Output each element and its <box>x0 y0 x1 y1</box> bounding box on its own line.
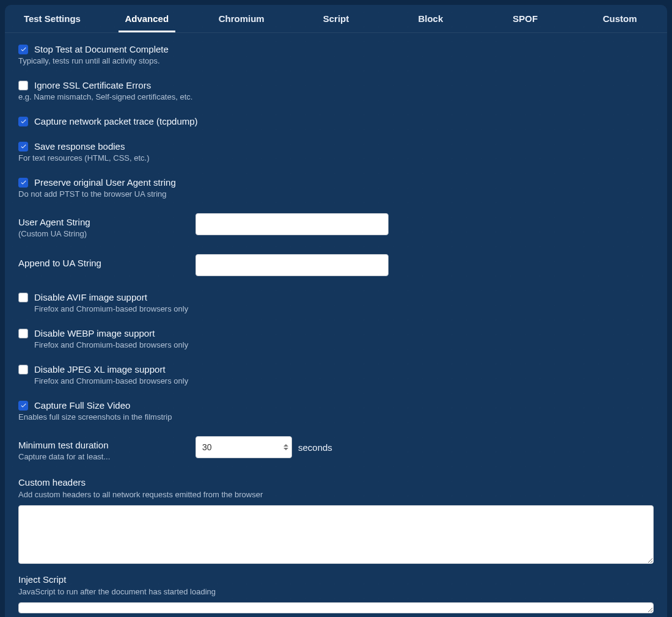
stop-test-label: Stop Test at Document Complete <box>34 44 169 54</box>
custom-headers-help: Add custom headers to all network reques… <box>18 490 654 499</box>
ignore-ssl-help: e.g. Name mismatch, Self-signed certific… <box>18 92 654 101</box>
disable-avif-checkbox[interactable] <box>18 293 28 302</box>
full-video-label: Capture Full Size Video <box>34 400 130 411</box>
ua-string-input[interactable] <box>195 213 389 235</box>
save-bodies-checkbox[interactable] <box>18 142 28 152</box>
preserve-ua-checkbox[interactable] <box>18 178 28 188</box>
ua-string-label: User Agent String <box>18 217 195 227</box>
tcpdump-checkbox[interactable] <box>18 117 28 126</box>
check-icon <box>20 118 27 125</box>
check-icon <box>20 46 27 53</box>
advanced-content: Stop Test at Document Complete Typically… <box>5 33 667 617</box>
disable-jpegxl-checkbox[interactable] <box>18 365 28 374</box>
tab-block[interactable]: Block <box>383 5 478 32</box>
ignore-ssl-label: Ignore SSL Certificate Errors <box>34 80 151 90</box>
disable-jpegxl-help: Firefox and Chromium-based browsers only <box>34 376 654 385</box>
append-ua-label: Append to UA String <box>18 258 195 268</box>
tab-custom[interactable]: Custom <box>572 5 667 32</box>
preserve-ua-label: Preserve original User Agent string <box>34 177 176 188</box>
min-duration-help: Capture data for at least... <box>18 452 195 461</box>
disable-webp-label: Disable WEBP image support <box>34 328 155 338</box>
ua-string-help: (Custom UA String) <box>18 229 195 238</box>
tabs-bar: Test Settings Advanced Chromium Script B… <box>5 5 667 33</box>
settings-panel: Test Settings Advanced Chromium Script B… <box>5 5 667 617</box>
stop-test-help: Typically, tests run until all activity … <box>18 56 654 65</box>
inject-script-label: Inject Script <box>18 574 654 585</box>
tab-chromium[interactable]: Chromium <box>194 5 289 32</box>
stop-test-checkbox[interactable] <box>18 45 28 54</box>
tab-advanced[interactable]: Advanced <box>100 5 194 32</box>
custom-headers-textarea[interactable] <box>18 505 654 564</box>
tcpdump-label: Capture network packet trace (tcpdump) <box>34 116 198 126</box>
append-ua-input[interactable] <box>195 254 389 276</box>
tab-spof[interactable]: SPOF <box>478 5 572 32</box>
check-icon <box>20 402 27 409</box>
tab-script[interactable]: Script <box>289 5 384 32</box>
min-duration-label: Minimum test duration <box>18 440 195 450</box>
disable-avif-help: Firefox and Chromium-based browsers only <box>34 304 654 313</box>
min-duration-input[interactable] <box>195 436 292 458</box>
full-video-checkbox[interactable] <box>18 401 28 411</box>
inject-script-textarea[interactable] <box>18 602 654 613</box>
inject-script-help: JavaScript to run after the document has… <box>18 587 654 596</box>
disable-jpegxl-label: Disable JPEG XL image support <box>34 364 166 374</box>
disable-webp-checkbox[interactable] <box>18 329 28 338</box>
save-bodies-help: For text resources (HTML, CSS, etc.) <box>18 153 654 162</box>
disable-avif-label: Disable AVIF image support <box>34 292 147 302</box>
save-bodies-label: Save response bodies <box>34 141 125 152</box>
check-icon <box>20 143 27 150</box>
custom-headers-label: Custom headers <box>18 477 654 487</box>
ignore-ssl-checkbox[interactable] <box>18 81 28 90</box>
disable-webp-help: Firefox and Chromium-based browsers only <box>34 340 654 349</box>
tab-test-settings[interactable]: Test Settings <box>5 5 100 32</box>
check-icon <box>20 179 27 186</box>
preserve-ua-help: Do not add PTST to the browser UA string <box>18 189 654 199</box>
min-duration-suffix: seconds <box>298 442 332 453</box>
full-video-help: Enables full size screenshots in the fil… <box>18 412 654 422</box>
